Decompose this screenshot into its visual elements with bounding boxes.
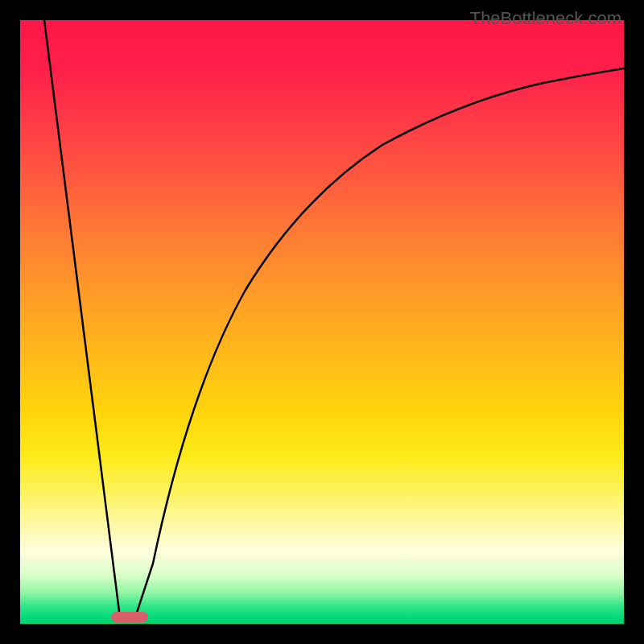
left-line [44, 20, 120, 617]
watermark-text: TheBottleneck.com [470, 8, 621, 29]
right-curve [135, 68, 624, 617]
chart-container: TheBottleneck.com [8, 8, 636, 636]
curve-overlay [20, 20, 624, 624]
plot-area [20, 20, 624, 624]
bottleneck-marker [111, 612, 148, 622]
